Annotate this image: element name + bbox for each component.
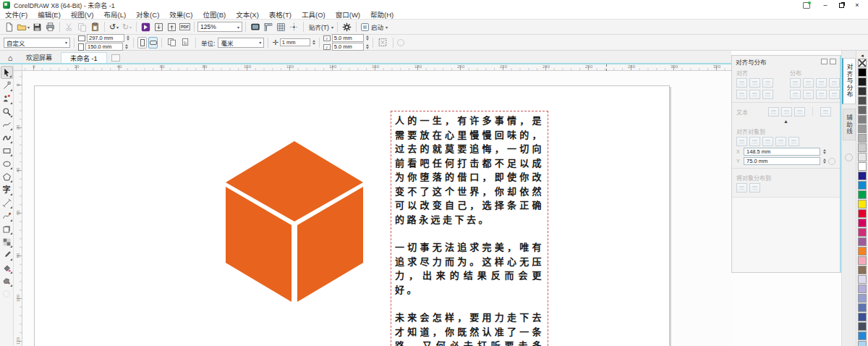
text-outline-icon[interactable] xyxy=(820,107,831,117)
align-to-point-icon[interactable] xyxy=(788,137,799,146)
color-swatch[interactable] xyxy=(858,106,867,114)
color-swatch[interactable] xyxy=(858,219,867,227)
text-first-line-icon[interactable] xyxy=(768,107,779,117)
color-swatch[interactable] xyxy=(858,275,867,284)
docker-tab-guidelines[interactable]: 辅助线 xyxy=(843,109,856,141)
menu-item[interactable]: 效果(C) xyxy=(164,9,197,20)
new-document-button[interactable] xyxy=(3,21,15,33)
paste-button[interactable] xyxy=(89,21,101,33)
color-swatch[interactable] xyxy=(858,209,867,218)
home-icon[interactable]: ⌂ xyxy=(3,54,17,63)
duplicate-x-input[interactable]: 5.0 mm xyxy=(332,34,364,42)
color-swatch[interactable] xyxy=(858,134,867,143)
shape-tool[interactable] xyxy=(1,79,13,92)
docker-tab-align-distribute[interactable]: 对齐与分布 xyxy=(842,58,856,104)
launch-button[interactable]: 启动▾ xyxy=(359,21,388,33)
text-baseline-icon[interactable] xyxy=(781,107,792,117)
menu-item[interactable]: 文本(X) xyxy=(231,9,264,20)
fullscreen-preview-button[interactable] xyxy=(249,21,261,33)
tab-document[interactable]: 未命名 -1 xyxy=(61,52,107,63)
menu-item[interactable]: 窗口(W) xyxy=(331,9,365,20)
zoom-tool[interactable] xyxy=(1,105,13,118)
color-swatch[interactable] xyxy=(858,322,867,331)
distribute-top-icon[interactable] xyxy=(790,90,801,99)
ruler-origin-button[interactable] xyxy=(14,64,22,71)
align-center-v-icon[interactable] xyxy=(749,90,760,99)
distribute-right-icon[interactable] xyxy=(829,78,840,88)
all-pages-size-button[interactable] xyxy=(166,36,178,48)
distribute-spacing-v-icon[interactable] xyxy=(816,90,827,99)
color-swatch[interactable] xyxy=(858,77,867,86)
menu-item[interactable]: 编辑(E) xyxy=(33,9,66,20)
color-swatch[interactable] xyxy=(858,228,867,237)
show-rulers-button[interactable] xyxy=(262,21,274,33)
page-width-input[interactable]: 297.0 mm xyxy=(87,34,124,42)
page-height-input[interactable]: 150.0 mm xyxy=(85,43,123,51)
page-height-spinner[interactable] xyxy=(125,44,128,49)
treat-as-filled-button[interactable] xyxy=(377,36,389,48)
import-button[interactable] xyxy=(153,21,165,33)
y-spinner[interactable] xyxy=(823,159,826,164)
landscape-button[interactable] xyxy=(148,37,158,48)
color-swatch[interactable] xyxy=(858,294,867,303)
distribute-center-v-icon[interactable] xyxy=(803,90,814,99)
menu-item[interactable]: 表格(T) xyxy=(264,9,297,20)
print-button[interactable] xyxy=(44,21,56,33)
undo-button[interactable]: ↺▾ xyxy=(108,21,120,33)
transparency-tool[interactable] xyxy=(1,235,13,248)
snap-to-button[interactable]: 贴齐(T)▾ xyxy=(307,21,334,33)
color-swatch[interactable] xyxy=(858,143,867,152)
color-swatch[interactable] xyxy=(858,256,867,265)
drawing-canvas[interactable]: 人的一生，有许多事情，是需要放在心里慢慢回味的，过去的就莫要追悔，一切向前看吧任… xyxy=(22,71,731,346)
menu-item[interactable]: 对象(C) xyxy=(131,9,164,20)
redo-dropdown-icon[interactable]: ▾ xyxy=(129,25,132,30)
hints-circle-icon[interactable] xyxy=(397,39,404,46)
restore-button[interactable] xyxy=(833,1,849,9)
align-to-active-object-icon[interactable] xyxy=(736,137,747,146)
no-color-swatch[interactable] xyxy=(858,59,867,67)
open-button[interactable]: ▾ xyxy=(16,21,30,33)
zoom-level-combobox[interactable]: 125%▾ xyxy=(197,22,242,32)
specify-point-icon[interactable] xyxy=(828,158,835,165)
color-swatch[interactable] xyxy=(858,115,867,124)
pick-tool[interactable] xyxy=(1,66,13,79)
align-to-page-center-icon[interactable] xyxy=(762,137,773,146)
color-swatch[interactable] xyxy=(858,284,867,293)
docker-close-icon[interactable] xyxy=(830,59,836,64)
save-button[interactable] xyxy=(31,21,43,33)
color-swatch[interactable] xyxy=(858,172,867,180)
search-content-button[interactable] xyxy=(140,21,152,33)
show-guidelines-button[interactable] xyxy=(288,21,300,33)
menu-item[interactable]: 帮助(H) xyxy=(365,9,399,20)
docker-float-icon[interactable] xyxy=(821,59,827,64)
y-coordinate-input[interactable]: 75.0 mm xyxy=(744,157,820,165)
color-swatch[interactable] xyxy=(858,237,867,246)
units-combobox[interactable]: 毫米▾ xyxy=(218,38,264,48)
menu-item[interactable]: 位图(B) xyxy=(198,9,231,20)
distribute-center-h-icon[interactable] xyxy=(803,78,814,88)
color-swatch[interactable] xyxy=(858,181,867,190)
color-swatch[interactable] xyxy=(858,96,867,105)
page-preset-combobox[interactable]: 自定义▾ xyxy=(4,38,70,48)
duplicate-y-input[interactable]: 5.0 mm xyxy=(332,43,364,51)
artistic-media-tool[interactable] xyxy=(1,131,13,144)
toolbox-overflow-icon[interactable] xyxy=(1,287,13,300)
align-right-icon[interactable] xyxy=(762,78,773,88)
distribute-left-icon[interactable] xyxy=(790,78,801,88)
options-button[interactable] xyxy=(341,21,353,33)
cut-button[interactable] xyxy=(63,21,75,33)
align-to-grid-icon[interactable] xyxy=(775,137,786,146)
duplicate-x-spinner[interactable] xyxy=(366,35,369,41)
new-tab-icon[interactable] xyxy=(111,54,120,62)
menu-item[interactable]: 工具(O) xyxy=(297,9,331,20)
vertical-ruler[interactable]: 020406080100120 xyxy=(14,71,22,346)
rectangle-tool[interactable] xyxy=(1,144,13,157)
ellipse-tool[interactable] xyxy=(1,157,13,170)
color-swatch[interactable] xyxy=(858,247,867,256)
color-swatch[interactable] xyxy=(858,266,867,274)
color-swatch[interactable] xyxy=(858,162,867,171)
align-center-h-icon[interactable] xyxy=(749,78,760,88)
align-bottom-icon[interactable] xyxy=(762,90,773,99)
color-swatch[interactable] xyxy=(858,313,867,321)
interactive-fill-tool[interactable] xyxy=(1,261,13,274)
